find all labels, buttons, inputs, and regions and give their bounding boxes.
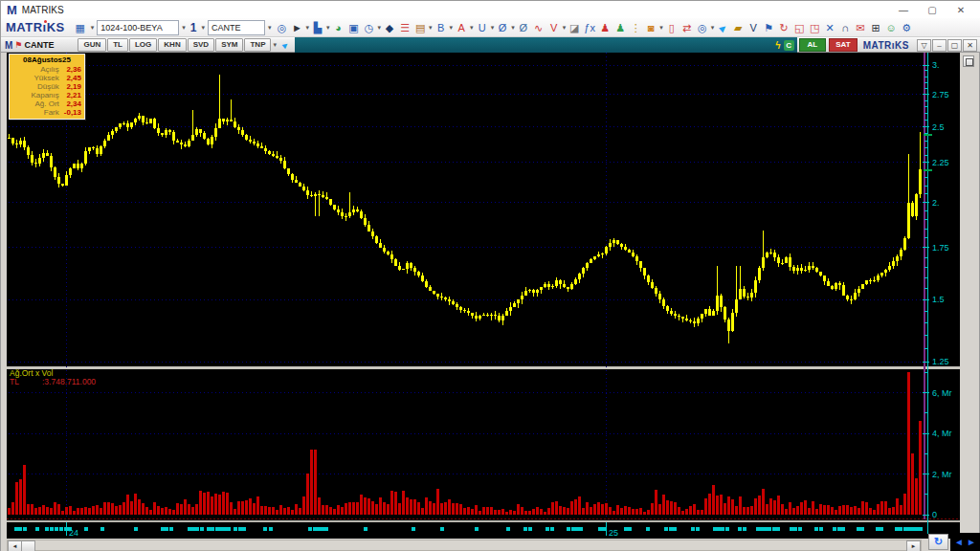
nav-left-button[interactable]: ◄ <box>954 538 964 547</box>
volume-bar <box>115 506 118 515</box>
fx-icon[interactable]: ƒx <box>582 20 597 35</box>
page-number-caret[interactable]: ▾ <box>201 24 207 32</box>
page-number-select[interactable]: 1 <box>189 21 199 34</box>
chat-icon[interactable]: ☺ <box>883 20 899 35</box>
monitor-icon[interactable]: ▣ <box>346 20 362 35</box>
mail-icon[interactable]: ✉ <box>853 20 868 35</box>
header-button-svd[interactable]: SVD <box>188 38 214 52</box>
c-badge-icon[interactable]: C <box>784 40 794 51</box>
chart-minimize-button[interactable]: – <box>932 39 947 52</box>
bold-b-icon[interactable]: B <box>434 20 449 35</box>
indicator-v-icon[interactable]: V <box>546 20 562 35</box>
horizontal-scrollbar[interactable]: ◄ ► <box>7 540 922 551</box>
matriks-swirl-button[interactable]: ↻ <box>928 534 948 550</box>
volume-bar <box>789 502 791 515</box>
lightning-icon[interactable]: ϟ <box>775 40 780 51</box>
chart-close-button[interactable]: ✕ <box>963 39 977 52</box>
symbol-search-input[interactable]: CANTE <box>208 20 265 35</box>
refresh-icon[interactable]: ⇄ <box>679 20 695 35</box>
analyst-icon[interactable]: ♟ <box>597 20 612 35</box>
bell-icon[interactable]: ∩ <box>837 20 853 35</box>
candle <box>80 164 83 168</box>
people-icon[interactable]: ♟ <box>612 20 628 35</box>
chart-corner-button[interactable] <box>963 55 974 67</box>
volume-bar <box>226 493 229 515</box>
header-button-log[interactable]: LOG <box>129 38 157 52</box>
volume-bar <box>712 485 715 515</box>
volume-bar <box>842 505 845 515</box>
candle <box>256 143 259 146</box>
chart-m-icon[interactable]: M <box>5 40 12 51</box>
volume-bar <box>773 500 776 515</box>
save-caret[interactable]: ▾ <box>90 24 96 32</box>
report-icon[interactable]: ▯ <box>664 20 679 35</box>
chart-canvas[interactable]: 3.2.752.52.252.1.751.51.256, Mr4, Mr2, M… <box>1 53 980 539</box>
header-button-sym[interactable]: SYM <box>215 38 243 52</box>
pointer-icon[interactable]: ► <box>290 20 305 35</box>
volume-bar <box>138 499 141 515</box>
fibonacci-arc-icon[interactable]: Ø <box>516 20 531 35</box>
volume-bar <box>57 504 60 515</box>
candle <box>276 156 278 159</box>
chart-window-header: M ⚑ CANTE GUNTLLOGKHNSVDSYMTNP ▾ ► ϟ C A… <box>1 37 980 53</box>
minimize-button[interactable]: — <box>889 5 918 15</box>
candle <box>697 319 700 323</box>
scroll-right-button[interactable]: ► <box>906 540 921 551</box>
header-dropdown-button[interactable]: ▽ <box>917 39 931 52</box>
traffic-light-icon[interactable]: ⋮ <box>628 20 643 35</box>
v-icon[interactable]: V <box>746 20 761 35</box>
sell-button[interactable]: SAT <box>829 38 857 52</box>
volume-bar <box>735 506 738 515</box>
link-icon[interactable]: ✕ <box>822 20 837 35</box>
volume-bar <box>643 512 646 515</box>
workspace-caret[interactable]: ▾ <box>181 24 187 32</box>
save-icon[interactable]: ▦ <box>73 20 88 35</box>
volume-bar <box>157 506 160 515</box>
annotation-a-icon[interactable]: A <box>454 20 469 35</box>
header-button-tl[interactable]: TL <box>107 38 128 52</box>
scroll-left-button[interactable]: ◄ <box>8 540 22 551</box>
scrollbar-thumb[interactable] <box>21 540 35 551</box>
candle <box>578 274 581 279</box>
volume-bar <box>153 502 156 515</box>
volume-bar <box>819 504 822 515</box>
elliott-wave-icon[interactable]: ∿ <box>531 20 546 35</box>
window-red2-icon[interactable]: ◳ <box>807 20 822 35</box>
volume-bar <box>827 505 830 515</box>
camera-icon[interactable]: ◙ <box>643 20 658 35</box>
buy-button[interactable]: AL <box>799 38 827 52</box>
candle <box>693 321 696 323</box>
window-red-icon[interactable]: ◱ <box>791 20 807 35</box>
bar-chart-icon[interactable]: ▙ <box>310 20 325 35</box>
underline-u-icon[interactable]: U <box>475 20 490 35</box>
chart-maximize-button[interactable]: ▢ <box>947 39 962 52</box>
nav-right-button[interactable]: ► <box>967 538 976 547</box>
gears-icon[interactable]: ⚙ <box>899 20 914 35</box>
pie-chart-icon[interactable]: ◕ <box>331 20 346 35</box>
volume-bar <box>582 508 585 515</box>
depth-icon[interactable]: ☰ <box>397 20 412 35</box>
volume-bar <box>831 507 834 515</box>
symbol-caret[interactable]: ▾ <box>267 24 273 32</box>
calculator-icon[interactable]: ⊞ <box>868 20 883 35</box>
candle <box>819 272 822 276</box>
header-button-tnp[interactable]: TNP <box>244 38 271 52</box>
search-icon[interactable]: ◎ <box>695 20 710 35</box>
news-icon[interactable]: ▤ <box>412 20 428 35</box>
close-button[interactable]: ✕ <box>947 5 975 15</box>
clock-icon[interactable]: ◷ <box>362 20 377 35</box>
volume-bar <box>544 512 546 515</box>
header-button-khn[interactable]: KHN <box>158 38 186 52</box>
workspace-select[interactable]: 1024-100-BEYA <box>97 20 179 35</box>
volume-bar <box>283 508 286 515</box>
fibonacci-icon[interactable]: Ø <box>495 20 510 35</box>
zoom-icon[interactable]: ◎ <box>275 20 290 35</box>
header-button-gun[interactable]: GUN <box>78 38 106 52</box>
mini-chart-icon[interactable]: ◪ <box>567 20 582 35</box>
flag-icon[interactable]: ⚑ <box>761 20 776 35</box>
candle <box>299 183 301 187</box>
loop-icon[interactable]: ↻ <box>776 20 791 35</box>
maximize-button[interactable]: ▢ <box>918 5 947 15</box>
candle <box>122 123 125 124</box>
handshake-icon[interactable]: ◆ <box>382 20 397 35</box>
